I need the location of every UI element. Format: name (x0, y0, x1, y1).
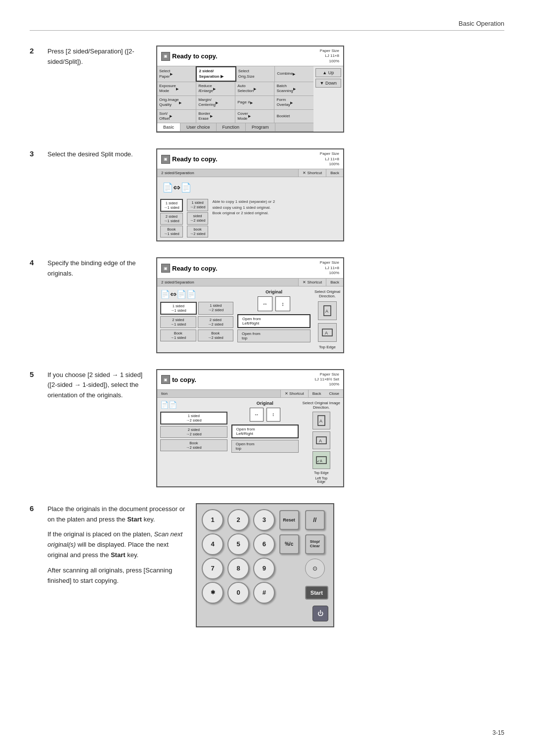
screen4-close-btn[interactable]: Close (325, 390, 343, 397)
screen2-icon: ▣ (161, 155, 170, 164)
key-star[interactable]: ✱ (202, 582, 223, 604)
book-1sided-btn[interactable]: Book→1 sided (160, 226, 183, 237)
screen4-shortcut-btn[interactable]: ✕ Shortcut (281, 390, 309, 397)
screen3-1s1s[interactable]: 1 sided→1 sided (160, 302, 197, 315)
screen3-2s1s[interactable]: 2 sided→1 sided (160, 316, 196, 328)
screen4-dir-extra-btn[interactable]: ↙A (312, 451, 330, 469)
screen3-bk2s[interactable]: Book→2 sided (198, 330, 234, 341)
screen3-right: Original ↔ ↕ Open fromLeft/Right Open fr… (237, 289, 311, 349)
screen3-bk1s[interactable]: Book→1 sided (160, 330, 196, 341)
sort-offset-btn[interactable]: Sort/Offset (157, 110, 196, 123)
step-6-num: 6 (30, 503, 47, 513)
screen4-dir-land-btn[interactable]: A (312, 431, 330, 449)
book-2sided-btn[interactable]: book→2 sided (187, 226, 209, 238)
screen3-1s2s[interactable]: 1 sided→2 sided (198, 302, 234, 315)
dir-portrait-btn[interactable]: A (318, 301, 337, 320)
screen3-back-btn[interactable]: Back (326, 279, 343, 286)
key-6[interactable]: 6 (253, 533, 275, 555)
open-left-right-btn[interactable]: Open fromLeft/Right (237, 314, 311, 328)
margin-btn[interactable]: Margin/Centering (196, 96, 235, 109)
screen2-icon-row: 📄⇔📄 (160, 180, 340, 195)
tab-program[interactable]: Program (246, 123, 275, 131)
key-reset[interactable]: Reset (279, 510, 299, 530)
screen4-back-btn[interactable]: Back (309, 390, 325, 397)
step6-line2: If the original is placed on the platen,… (47, 529, 186, 560)
screen1-row2: ExposureMode Reduce/Enlarge AutoSelectio… (157, 82, 313, 96)
screen3-icons-row: 📄⇔📄📄 (160, 289, 233, 299)
screen3-open-top-spacer: Open fromtop (237, 330, 311, 342)
key-percent[interactable]: %/c (279, 534, 299, 554)
key-2[interactable]: 2 (227, 509, 249, 531)
tab-basic[interactable]: Basic (157, 123, 180, 131)
screen1-icon: ▣ (161, 52, 170, 61)
screen1-row1: SelectPaper 2 sided/Separation ▶ SelectO… (157, 66, 313, 82)
tab-function[interactable]: Function (217, 123, 246, 131)
screen3-select-label: Select OriginalDirection. (314, 289, 340, 298)
screen2-options-area: 1 sided→1 sided 2 sided→1 sided Book→1 s… (160, 199, 340, 237)
screen4-doc-icon: 📄📄 (160, 401, 177, 409)
key-4[interactable]: 4 (202, 533, 223, 555)
batch-scanning-btn[interactable]: BatchScanning (274, 82, 313, 95)
1sided-1sided-btn[interactable]: 1 sided→1 sided (160, 199, 183, 212)
key-3[interactable]: 3 (253, 509, 275, 531)
select-origsize-btn[interactable]: SelectOrig.Size (236, 66, 275, 82)
cover-mode-btn[interactable]: CoverMode (235, 110, 274, 123)
key-5[interactable]: 5 (227, 533, 249, 555)
booklet-btn[interactable]: Booklet (274, 110, 313, 123)
key-start[interactable]: Start (305, 586, 328, 600)
exposure-mode-btn[interactable]: ExposureMode (157, 82, 196, 95)
dir-icon-lr: ↔ (258, 296, 272, 311)
screen4-dir-icons: ↔ ↕ (231, 408, 299, 422)
key-0[interactable]: 0 (227, 582, 249, 604)
2sided-sep-btn[interactable]: 2 sided/Separation ▶ (196, 66, 236, 82)
orig-image-btn[interactable]: Orig.ImageQuality (157, 96, 196, 109)
copier-screen-1: ▣ Ready to copy. Paper Size LJ 11×8 100%… (156, 46, 344, 133)
screen4-dir-icon-lr: ↔ (250, 408, 264, 422)
select-paper-btn[interactable]: SelectPaper (157, 66, 196, 82)
key-9[interactable]: 9 (253, 558, 275, 579)
combine-btn[interactable]: Combine (275, 66, 313, 82)
tab-user-choice[interactable]: User choice (180, 123, 217, 131)
screen4-open-top-btn[interactable]: Open fromtop (231, 440, 299, 453)
screen3-original-label: Original (237, 289, 311, 294)
key-circle[interactable]: ⊙ (305, 559, 325, 578)
key-1[interactable]: 1 (202, 509, 223, 531)
down-btn[interactable]: ▼ Down (315, 79, 341, 88)
2sided-1sided-btn[interactable]: 2 sided→1 sided (160, 213, 183, 225)
screen3-header-label: 2 sided/Separation (157, 279, 299, 286)
key-slash[interactable]: // (305, 510, 325, 530)
key-8[interactable]: 8 (227, 558, 249, 579)
auto-selection-btn[interactable]: AutoSelection (235, 82, 274, 95)
up-btn[interactable]: ▲ Up (315, 68, 341, 77)
power-btn[interactable]: ⏻ (312, 606, 328, 621)
open-top-btn[interactable]: Open fromtop (237, 330, 311, 342)
screen4-left-top-label: Left TopEdge (315, 476, 327, 483)
screen2-shortcut-btn[interactable]: ✕ Shortcut (299, 169, 326, 177)
screen4-dir-panel: Select Original ImageDirection. A A ↙A T… (303, 401, 340, 483)
screen4-sided-row3: Book→2 sided (160, 439, 227, 451)
form-overlay-btn[interactable]: FormOverlay (274, 96, 313, 109)
screen4-open-lr-btn[interactable]: Open fromLeft/Right (231, 425, 299, 438)
sided-2sided-btn[interactable]: sided→2 sided (187, 212, 209, 225)
screen3-dir-panel: Select OriginalDirection. A A Top Edge (314, 289, 340, 349)
screen4-middle: Original ↔ ↕ Open fromLeft/Right Open fr… (231, 401, 299, 483)
screen4-bk2s[interactable]: Book→2 sided (160, 439, 227, 451)
screen4-dir-portrait-btn[interactable]: A (312, 412, 330, 429)
screen2-paper: Paper Size LJ 11×8 100% (320, 151, 339, 167)
screen1-header: ▣ Ready to copy. Paper Size LJ 11×8 100% (157, 47, 343, 66)
step-5-row: 5 If you choose [2 sided → 1 sided] ([2-… (30, 369, 504, 487)
key-stop-clear[interactable]: Stop/Clear (305, 534, 325, 554)
key-hash[interactable]: # (253, 582, 275, 604)
screen2-back-btn[interactable]: Back (326, 169, 343, 177)
reduce-enlarge-btn[interactable]: Reduce/Enlarge (196, 82, 235, 95)
screen3-shortcut-btn[interactable]: ✕ Shortcut (299, 279, 326, 286)
1sided-2sided-btn[interactable]: 1 sided→2 sided (187, 199, 209, 211)
screen4-paper: Paper Size LJ 11×8½ Set 100% (314, 372, 339, 387)
page-num-btn[interactable]: Page # (235, 96, 274, 109)
key-7[interactable]: 7 (202, 558, 223, 579)
dir-landscape-btn[interactable]: A (318, 323, 337, 342)
screen4-1s2s[interactable]: 1 sided→2 sided (160, 412, 227, 425)
screen4-2s2s[interactable]: 2 sided→2 sided (160, 426, 227, 438)
screen3-2s2s[interactable]: 2 sided→2 sided (198, 316, 234, 328)
border-erase-btn[interactable]: BorderErase (196, 110, 235, 123)
